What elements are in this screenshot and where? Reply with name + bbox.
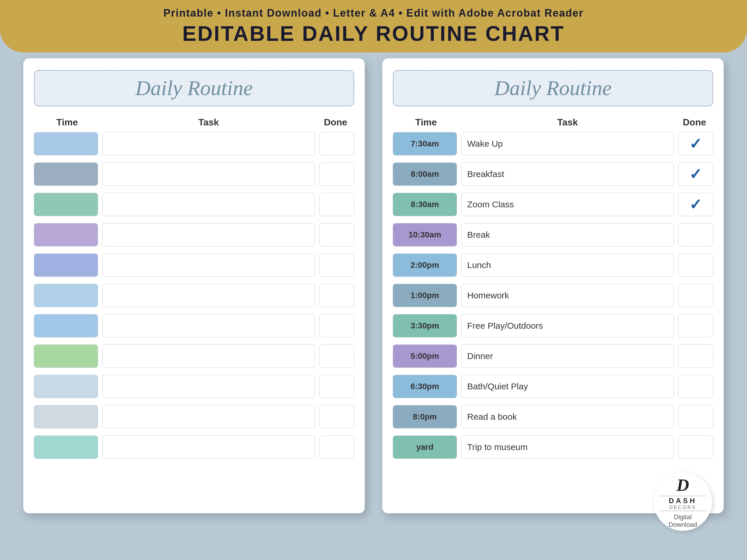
right-table-row: 6:30pmBath/Quiet Play xyxy=(393,373,713,400)
right-task-cell: Trip to museum xyxy=(461,435,674,459)
left-time-cell xyxy=(34,254,98,277)
right-col-headers: Time Task Done xyxy=(393,117,713,128)
left-task-cell xyxy=(102,405,315,428)
left-task-cell xyxy=(102,223,315,246)
right-done-cell xyxy=(678,435,713,459)
right-task-cell: Break xyxy=(461,223,674,246)
left-task-cell xyxy=(102,193,315,216)
brand-d-letter: D xyxy=(676,475,689,495)
right-table-row: 8:0pmRead a book xyxy=(393,404,713,430)
right-done-cell: ✓ xyxy=(678,162,713,186)
left-table-row xyxy=(34,313,354,339)
left-done-cell xyxy=(319,132,354,156)
right-task-cell: Dinner xyxy=(461,344,674,368)
right-task-cell: Lunch xyxy=(461,254,674,277)
brand-name: DASH xyxy=(669,497,697,505)
right-done-header: Done xyxy=(677,117,712,128)
right-done-cell xyxy=(678,344,713,368)
right-done-cell: ✓ xyxy=(678,193,713,216)
right-table-row: yardTrip to museum xyxy=(393,434,713,460)
left-table-row xyxy=(34,131,354,157)
brand-download: Download xyxy=(669,521,697,529)
banner-subtitle: Printable • Instant Download • Letter & … xyxy=(163,7,584,19)
left-done-cell xyxy=(319,375,354,398)
left-table-row xyxy=(34,191,354,218)
left-table-row xyxy=(34,282,354,309)
left-done-cell xyxy=(319,435,354,459)
right-task-header: Task xyxy=(458,117,677,128)
left-done-cell xyxy=(319,254,354,277)
left-done-header: Done xyxy=(318,117,353,128)
left-time-cell xyxy=(34,193,98,216)
right-table-row: 5:00pmDinner xyxy=(393,343,713,369)
right-done-cell xyxy=(678,223,713,246)
top-banner: Printable • Instant Download • Letter & … xyxy=(0,0,747,53)
right-chart-title: Daily Routine xyxy=(494,76,612,100)
right-task-cell: Read a book xyxy=(461,405,674,428)
left-task-cell xyxy=(102,284,315,307)
left-time-cell xyxy=(34,344,98,368)
right-task-cell: Bath/Quiet Play xyxy=(461,375,674,398)
left-table-row xyxy=(34,252,354,278)
left-table-row xyxy=(34,373,354,400)
left-time-cell xyxy=(34,405,98,428)
left-task-cell xyxy=(102,254,315,277)
right-table-row: 10:30amBreak xyxy=(393,222,713,248)
left-chart-title: Daily Routine xyxy=(135,76,253,100)
right-chart-header: Daily Routine xyxy=(393,70,713,106)
right-chart-card: Daily Routine Time Task Done 7:30amWake … xyxy=(382,58,724,513)
left-time-header: Time xyxy=(35,117,99,128)
left-time-cell xyxy=(34,284,98,307)
right-time-cell: yard xyxy=(393,435,457,459)
brand-logo: D DASH DECORS Digital Download xyxy=(654,473,712,531)
left-done-cell xyxy=(319,405,354,428)
left-task-cell xyxy=(102,314,315,338)
right-done-cell xyxy=(678,254,713,277)
right-table-row: 7:30amWake Up✓ xyxy=(393,131,713,157)
right-table-row: 3:30pmFree Play/Outdoors xyxy=(393,313,713,339)
right-time-cell: 5:00pm xyxy=(393,344,457,368)
right-table-row: 2:00pmLunch xyxy=(393,252,713,278)
right-task-cell: Free Play/Outdoors xyxy=(461,314,674,338)
right-done-cell: ✓ xyxy=(678,132,713,156)
left-chart-card: Daily Routine Time Task Done xyxy=(23,58,365,513)
checkmark-icon: ✓ xyxy=(689,135,702,153)
left-done-cell xyxy=(319,162,354,186)
left-chart-header: Daily Routine xyxy=(34,70,354,106)
left-table-row xyxy=(34,434,354,460)
right-time-cell: 8:00am xyxy=(393,162,457,186)
left-table-row xyxy=(34,343,354,369)
right-chart-rows: 7:30amWake Up✓8:00amBreakfast✓8:30amZoom… xyxy=(393,131,713,460)
left-time-cell xyxy=(34,314,98,338)
left-done-cell xyxy=(319,223,354,246)
right-time-cell: 7:30am xyxy=(393,132,457,156)
left-table-row xyxy=(34,404,354,430)
right-done-cell xyxy=(678,314,713,338)
right-time-cell: 3:30pm xyxy=(393,314,457,338)
right-time-cell: 8:30am xyxy=(393,193,457,216)
right-time-cell: 1:00pm xyxy=(393,284,457,307)
left-task-cell xyxy=(102,132,315,156)
left-time-cell xyxy=(34,162,98,186)
right-time-header: Time xyxy=(394,117,458,128)
checkmark-icon: ✓ xyxy=(689,165,702,183)
left-task-cell xyxy=(102,344,315,368)
checkmark-icon: ✓ xyxy=(689,196,702,213)
left-task-cell xyxy=(102,162,315,186)
right-table-row: 8:30amZoom Class✓ xyxy=(393,191,713,218)
right-done-cell xyxy=(678,284,713,307)
left-time-cell xyxy=(34,132,98,156)
right-task-cell: Zoom Class xyxy=(461,193,674,216)
right-task-cell: Wake Up xyxy=(461,132,674,156)
left-time-cell xyxy=(34,375,98,398)
main-content: Daily Routine Time Task Done Daily Routi… xyxy=(23,58,724,537)
left-task-header: Task xyxy=(99,117,318,128)
left-col-headers: Time Task Done xyxy=(34,117,354,128)
left-done-cell xyxy=(319,344,354,368)
left-time-cell xyxy=(34,435,98,459)
right-task-cell: Breakfast xyxy=(461,162,674,186)
banner-title: EDITABLE DAILY ROUTINE CHART xyxy=(182,22,565,46)
right-time-cell: 6:30pm xyxy=(393,375,457,398)
left-done-cell xyxy=(319,314,354,338)
right-table-row: 8:00amBreakfast✓ xyxy=(393,161,713,187)
